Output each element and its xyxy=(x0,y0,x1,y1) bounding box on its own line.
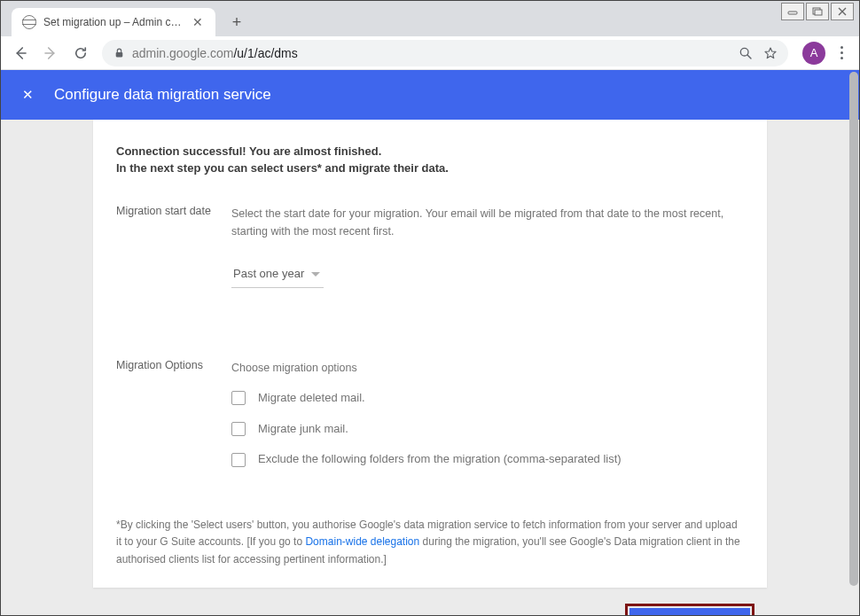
page-title: Configure data migration service xyxy=(54,86,271,104)
maximize-button[interactable] xyxy=(806,3,829,20)
browser-toolbar: admin.google.com/u/1/ac/dms A xyxy=(1,36,859,70)
start-date-section: Migration start date Select the start da… xyxy=(116,205,744,288)
menu-icon[interactable] xyxy=(831,41,852,65)
domain-delegation-link[interactable]: Domain-wide delegation xyxy=(305,535,419,548)
svg-line-7 xyxy=(747,55,751,58)
option-label: Exclude the following folders from the m… xyxy=(258,450,622,469)
window-controls xyxy=(781,3,854,20)
minimize-button[interactable] xyxy=(781,3,804,20)
option-label: Migrate junk mail. xyxy=(258,420,348,439)
svg-rect-5 xyxy=(115,52,122,57)
address-bar[interactable]: admin.google.com/u/1/ac/dms xyxy=(102,40,788,66)
options-description: Choose migration options xyxy=(231,359,744,377)
tab-strip: Set migration up – Admin consol ✕ + xyxy=(1,1,859,36)
svg-rect-0 xyxy=(788,12,797,14)
forward-icon[interactable] xyxy=(38,41,63,66)
checkbox-exclude-folders[interactable] xyxy=(231,453,246,467)
page-header: ✕ Configure data migration service xyxy=(1,70,859,120)
success-heading: Connection successful! You are almost fi… xyxy=(116,144,744,158)
scrollbar[interactable] xyxy=(849,72,858,586)
option-label: Migrate deleted mail. xyxy=(258,389,365,408)
options-section: Migration Options Choose migration optio… xyxy=(116,359,744,469)
start-date-label: Migration start date xyxy=(116,205,231,288)
option-row: Exclude the following folders from the m… xyxy=(231,450,744,469)
disclaimer-text: *By clicking the 'Select users' button, … xyxy=(116,517,744,568)
globe-icon xyxy=(22,15,36,29)
close-tab-icon[interactable]: ✕ xyxy=(191,15,205,29)
start-date-description: Select the start date for your migration… xyxy=(231,205,744,240)
zoom-icon[interactable] xyxy=(739,46,753,60)
svg-rect-2 xyxy=(815,10,822,15)
avatar-letter: A xyxy=(810,46,818,59)
reload-icon[interactable] xyxy=(68,41,93,66)
checkbox-migrate-deleted[interactable] xyxy=(231,391,246,405)
url-host: admin.google.com xyxy=(132,46,233,60)
select-users-button[interactable]: SELECT USERS xyxy=(629,608,750,615)
chevron-down-icon xyxy=(311,272,320,277)
close-icon[interactable]: ✕ xyxy=(19,87,36,103)
start-date-dropdown[interactable]: Past one year xyxy=(231,260,324,288)
option-row: Migrate junk mail. xyxy=(231,420,744,439)
select-users-highlight: SELECT USERS xyxy=(625,604,754,615)
success-subheading: In the next step you can select users* a… xyxy=(116,161,744,175)
tab-title: Set migration up – Admin consol xyxy=(43,16,184,28)
url-text: admin.google.com/u/1/ac/dms xyxy=(132,46,298,60)
config-card: Connection successful! You are almost fi… xyxy=(93,120,767,588)
option-row: Migrate deleted mail. xyxy=(231,389,744,408)
checkbox-migrate-junk[interactable] xyxy=(231,422,246,436)
lock-icon xyxy=(113,47,125,59)
new-tab-button[interactable]: + xyxy=(224,10,249,35)
page-viewport: ✕ Configure data migration service Conne… xyxy=(1,70,859,615)
options-label: Migration Options xyxy=(116,359,231,469)
browser-tab[interactable]: Set migration up – Admin consol ✕ xyxy=(12,8,215,36)
footer-row: BACK SELECT USERS xyxy=(93,604,767,615)
back-icon[interactable] xyxy=(8,41,33,66)
profile-avatar[interactable]: A xyxy=(802,42,825,65)
url-path: /u/1/ac/dms xyxy=(233,46,297,60)
star-icon[interactable] xyxy=(763,46,778,60)
start-date-selected: Past one year xyxy=(233,265,304,284)
close-window-button[interactable] xyxy=(831,3,854,20)
